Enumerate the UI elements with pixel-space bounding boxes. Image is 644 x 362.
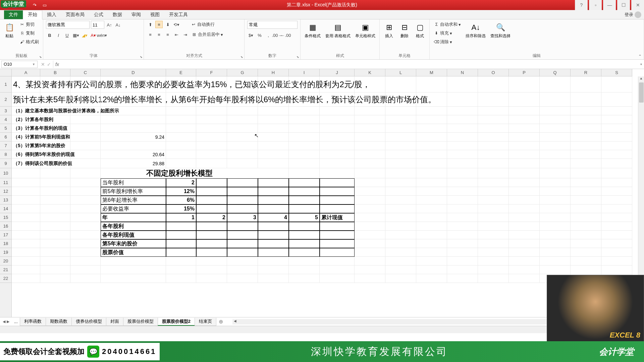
- cell[interactable]: [447, 76, 478, 93]
- cell[interactable]: [166, 265, 196, 274]
- cell[interactable]: [355, 124, 385, 133]
- cell[interactable]: [385, 204, 416, 213]
- cell[interactable]: [478, 239, 509, 248]
- table-cell[interactable]: 1: [166, 213, 196, 222]
- cell[interactable]: [540, 150, 571, 159]
- cell[interactable]: [540, 107, 571, 115]
- sheet-tab[interactable]: 期数函数: [46, 318, 72, 326]
- name-box[interactable]: O10▼: [1, 61, 38, 68]
- cell[interactable]: [355, 248, 385, 257]
- cut-button[interactable]: ✂剪切: [18, 21, 40, 28]
- sheet-tab[interactable]: 封面: [106, 318, 123, 326]
- cell[interactable]: [478, 107, 509, 115]
- cell[interactable]: [385, 133, 416, 141]
- cell[interactable]: [320, 150, 355, 159]
- cell[interactable]: [416, 76, 447, 93]
- cell[interactable]: [571, 231, 601, 239]
- cell[interactable]: [385, 231, 416, 239]
- sheet-overflow[interactable]: ...: [12, 319, 20, 324]
- cell[interactable]: [447, 141, 478, 150]
- cell[interactable]: [355, 141, 385, 150]
- cell[interactable]: [227, 141, 258, 150]
- cell[interactable]: [355, 168, 385, 178]
- table-cell[interactable]: [227, 196, 258, 204]
- cell[interactable]: [258, 115, 289, 124]
- cell[interactable]: [478, 115, 509, 124]
- sheet-tab[interactable]: 利率函数: [20, 318, 46, 326]
- table-format-button[interactable]: ▤套用 表格格式: [324, 21, 352, 40]
- column-header[interactable]: J: [320, 69, 355, 76]
- cell[interactable]: [447, 239, 478, 248]
- cell[interactable]: [258, 265, 289, 274]
- cell[interactable]: [478, 168, 509, 178]
- row-header[interactable]: 8: [0, 150, 11, 159]
- cell[interactable]: [166, 107, 196, 115]
- cell[interactable]: [540, 239, 571, 248]
- cell[interactable]: [571, 213, 601, 222]
- cell[interactable]: [355, 231, 385, 239]
- cancel-formula-icon[interactable]: ✕: [41, 62, 45, 67]
- cell[interactable]: [509, 115, 540, 124]
- cell[interactable]: [540, 187, 571, 196]
- cell[interactable]: [385, 187, 416, 196]
- cell[interactable]: [601, 248, 632, 257]
- cell[interactable]: [40, 204, 70, 213]
- cell[interactable]: [601, 76, 632, 93]
- cell[interactable]: [70, 248, 101, 257]
- cell[interactable]: [320, 265, 355, 274]
- row-header[interactable]: 18: [0, 239, 11, 248]
- cell[interactable]: [601, 159, 632, 168]
- cell[interactable]: [289, 168, 320, 178]
- table-cell[interactable]: 年: [101, 213, 166, 222]
- cell[interactable]: [227, 124, 258, 133]
- tab-view[interactable]: 视图: [146, 10, 164, 19]
- cell[interactable]: [601, 107, 632, 115]
- cell[interactable]: [101, 141, 166, 150]
- table-cell[interactable]: 各年股利: [101, 222, 166, 231]
- cell[interactable]: [540, 115, 571, 124]
- cell[interactable]: [40, 265, 70, 274]
- cell[interactable]: [385, 257, 416, 265]
- cell[interactable]: [509, 107, 540, 115]
- merge-button[interactable]: ⊞合并后居中▾: [190, 31, 224, 38]
- cell[interactable]: [478, 257, 509, 265]
- column-header[interactable]: L: [385, 69, 416, 76]
- table-cell[interactable]: [227, 222, 258, 231]
- scroll-up-icon[interactable]: ▲: [638, 76, 644, 82]
- cell[interactable]: [289, 124, 320, 133]
- column-header[interactable]: I: [289, 69, 320, 76]
- table-cell[interactable]: [227, 204, 258, 213]
- cell[interactable]: [540, 231, 571, 239]
- cell[interactable]: [447, 187, 478, 196]
- cell[interactable]: [416, 168, 447, 178]
- cell[interactable]: [227, 159, 258, 168]
- cell[interactable]: [196, 93, 227, 107]
- cell[interactable]: 9.24: [101, 133, 166, 141]
- close-button[interactable]: ✕: [631, 0, 644, 10]
- cell[interactable]: [320, 274, 355, 283]
- cell[interactable]: [12, 257, 40, 265]
- cell[interactable]: [196, 115, 227, 124]
- cell[interactable]: [227, 265, 258, 274]
- cell[interactable]: [571, 239, 601, 248]
- cell[interactable]: [355, 204, 385, 213]
- table-cell[interactable]: [289, 196, 320, 204]
- cell[interactable]: [355, 178, 385, 187]
- cell[interactable]: （5）计算第5年末的股价: [12, 141, 40, 150]
- delete-cell-button[interactable]: ⊟删除: [398, 21, 411, 40]
- cell[interactable]: [509, 93, 540, 107]
- cell[interactable]: [509, 257, 540, 265]
- cell[interactable]: [385, 196, 416, 204]
- cell[interactable]: [70, 222, 101, 231]
- percent-icon[interactable]: %: [256, 32, 263, 39]
- cell[interactable]: [70, 133, 101, 141]
- table-cell[interactable]: [196, 231, 227, 239]
- cell[interactable]: [540, 168, 571, 178]
- indent-dec-icon[interactable]: ⇤: [173, 31, 180, 38]
- font-color-button[interactable]: A▾: [90, 32, 97, 39]
- table-cell[interactable]: 当年股利: [101, 178, 166, 187]
- table-cell[interactable]: 累计现值: [320, 213, 355, 222]
- cell[interactable]: [540, 141, 571, 150]
- table-cell[interactable]: [258, 239, 289, 248]
- cell[interactable]: [385, 150, 416, 159]
